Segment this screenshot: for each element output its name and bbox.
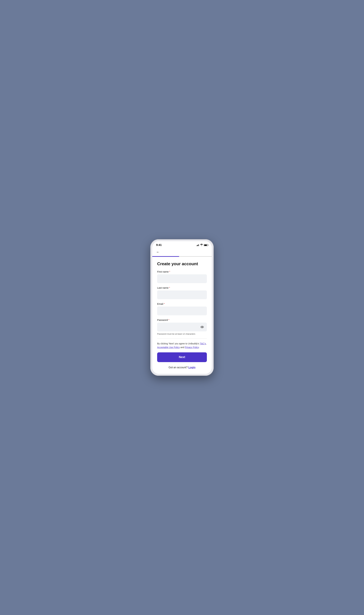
- login-link[interactable]: Login: [188, 366, 195, 369]
- back-icon: ←: [156, 250, 160, 254]
- phone-screen: 9:41: [152, 241, 212, 374]
- terms-middle: and: [180, 346, 185, 349]
- first-name-input[interactable]: [157, 274, 207, 283]
- login-row: Got an account? Login: [157, 366, 207, 369]
- password-required: *: [169, 319, 169, 321]
- last-name-label: Last name *: [157, 286, 207, 289]
- terms-link[interactable]: T&C's: [200, 342, 206, 345]
- email-label: Email *: [157, 302, 207, 305]
- password-input[interactable]: [157, 323, 207, 331]
- divider: [157, 338, 207, 339]
- signal-bar-4: [199, 244, 199, 246]
- eye-icon: [200, 325, 204, 329]
- status-time: 9:41: [156, 243, 162, 247]
- terms-text: By clicking 'Next' you agree to Unibuddy…: [157, 342, 207, 349]
- privacy-link[interactable]: Privacy Policy: [185, 346, 199, 349]
- login-prompt: Got an account?: [169, 366, 188, 369]
- first-name-required: *: [169, 270, 170, 273]
- aup-link[interactable]: Acceptable Use Policy: [157, 346, 180, 349]
- password-wrapper: [157, 323, 207, 331]
- battery-fill: [204, 245, 207, 246]
- first-name-group: First name *: [157, 270, 207, 283]
- last-name-input[interactable]: [157, 290, 207, 299]
- back-button[interactable]: ←: [156, 249, 160, 255]
- main-content: Create your account First name * Last na…: [152, 261, 212, 374]
- svg-point-1: [202, 327, 203, 327]
- signal-icon: [197, 244, 199, 246]
- phone-frame: 9:41: [150, 239, 214, 376]
- password-group: Password * Password must be at least 12 …: [157, 319, 207, 335]
- svg-point-0: [201, 326, 204, 328]
- terms-separator: ,: [206, 342, 207, 345]
- page-title: Create your account: [157, 261, 207, 266]
- status-bar: 9:41: [152, 241, 212, 248]
- battery-icon: [204, 244, 208, 246]
- first-name-label: First name *: [157, 270, 207, 273]
- next-button[interactable]: Next: [157, 352, 207, 362]
- nav-bar: ←: [152, 248, 212, 256]
- toggle-password-button[interactable]: [200, 325, 205, 329]
- password-hint: Password must be at least 12 characters: [157, 333, 207, 335]
- terms-suffix: .: [199, 346, 200, 349]
- last-name-group: Last name *: [157, 286, 207, 299]
- signal-bar-1: [197, 245, 197, 246]
- signal-bar-2: [197, 245, 198, 246]
- email-required: *: [164, 303, 165, 305]
- last-name-required: *: [169, 287, 170, 289]
- email-group: Email *: [157, 302, 207, 315]
- progress-bar-container: [152, 256, 212, 257]
- email-input[interactable]: [157, 307, 207, 315]
- password-label: Password *: [157, 319, 207, 321]
- terms-prefix: By clicking 'Next' you agree to Unibuddy…: [157, 342, 200, 345]
- signal-bar-3: [198, 244, 199, 246]
- progress-bar-fill: [152, 256, 179, 257]
- wifi-icon: [200, 244, 203, 246]
- status-icons: [197, 244, 208, 246]
